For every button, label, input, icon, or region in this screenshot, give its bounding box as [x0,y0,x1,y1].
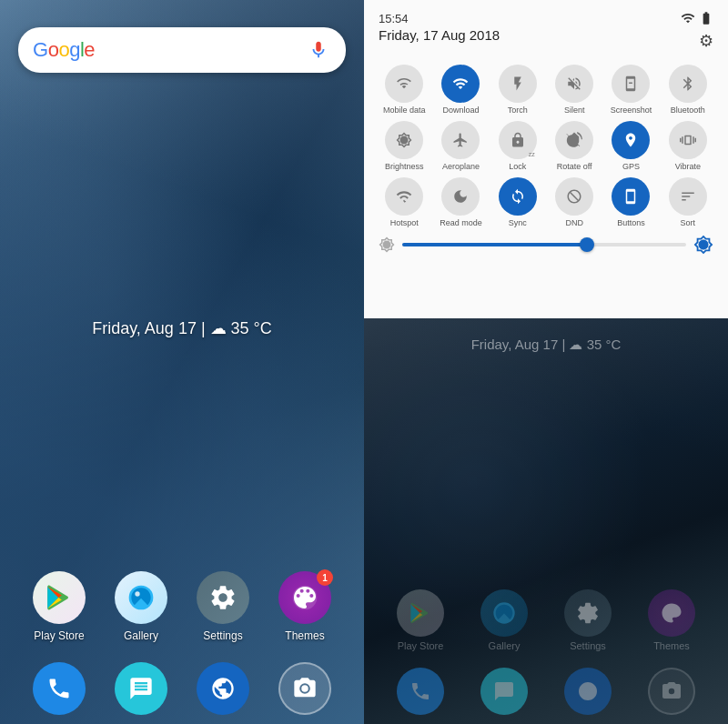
svg-point-1 [135,591,139,596]
status-icons [681,11,713,25]
svg-point-3 [403,199,405,201]
battery-icon [699,11,713,25]
right-camera-icon [648,668,695,715]
app-item-themes[interactable]: 1 Themes [278,571,331,642]
notif-header: 15:54 [379,11,713,25]
download-label: Download [442,106,479,116]
dnd-label: DND [565,218,583,228]
hotspot-label: Hotspot [390,218,419,228]
torch-label: Torch [508,106,528,116]
brightness-btn[interactable] [385,121,423,159]
lock-btn[interactable]: zz [499,121,537,159]
screenshot-btn[interactable] [612,65,650,103]
tile-torch[interactable]: Torch [492,65,543,116]
google-logo: Google [33,38,306,62]
brightness-low-icon [379,236,395,253]
tile-gps[interactable]: GPS [605,121,656,172]
messages-dock-icon[interactable] [115,662,167,715]
sort-btn[interactable] [669,177,707,216]
tile-silent[interactable]: Silent [549,65,600,116]
settings-gear-icon[interactable]: ⚙ [699,31,713,51]
tile-mobile-data[interactable]: Mobile data [379,65,430,116]
tile-rotate[interactable]: Rotate off [549,121,600,172]
tile-sort[interactable]: Sort [662,177,713,228]
mobile-data-label: Mobile data [383,106,426,116]
tile-screenshot[interactable]: Screenshot [605,65,656,116]
tile-bluetooth[interactable]: Bluetooth [662,65,713,116]
tile-dnd[interactable]: DND [549,177,600,228]
right-bottom-dock [364,668,728,715]
rotate-btn[interactable] [555,121,593,159]
playstore-label: Play Store [34,629,84,642]
app-item-gallery[interactable]: Gallery [115,571,167,642]
phone-dock-icon[interactable] [33,662,86,715]
right-playstore-icon [397,589,444,637]
quick-tiles: Mobile data Download Torch [379,65,713,227]
right-gallery-icon [480,589,528,637]
right-themes-icon [648,589,695,637]
mobile-data-btn[interactable] [385,65,423,103]
bottom-dock [0,662,364,715]
right-themes-label: Themes [653,640,690,651]
bluetooth-btn[interactable] [669,65,707,103]
themes-label: Themes [285,629,324,642]
brightness-track[interactable] [402,243,686,246]
sync-btn[interactable] [499,177,537,216]
sort-label: Sort [681,218,696,228]
tile-buttons[interactable]: Buttons [605,177,656,228]
aeroplane-btn[interactable] [441,121,480,159]
tile-hotspot[interactable]: Hotspot [379,177,430,228]
right-date-weather: Friday, Aug 17 | ☁ 35 °C [364,337,728,353]
right-gallery-label: Gallery [489,640,521,651]
gallery-icon [115,571,167,624]
notification-panel: 15:54 Friday, 17 Aug 2018 ⚙ [364,0,728,318]
tile-lock[interactable]: zz Lock [492,121,543,172]
screenshot-label: Screenshot [611,106,652,116]
browser-dock-icon[interactable] [197,662,249,715]
right-gallery: Gallery [480,589,528,651]
hotspot-btn[interactable] [385,177,423,216]
tile-sync[interactable]: Sync [492,177,543,228]
dnd-btn[interactable] [555,177,593,216]
brightness-thumb[interactable] [580,237,594,252]
right-settings-label: Settings [570,640,606,651]
status-time: 15:54 [379,12,409,25]
themes-badge: 1 [317,569,333,586]
vibrate-btn[interactable] [669,121,707,159]
wifi-icon [681,11,695,25]
silent-label: Silent [564,106,585,116]
date-weather-display: Friday, Aug 17 | ☁ 35 °C [0,318,364,338]
settings-label: Settings [203,629,242,642]
app-item-playstore[interactable]: Play Store [33,571,86,642]
tile-vibrate[interactable]: Vibrate [662,121,713,172]
app-item-settings[interactable]: Settings [197,571,249,642]
tile-download[interactable]: Download [435,65,486,116]
torch-btn[interactable] [499,65,537,103]
download-btn[interactable] [441,65,480,103]
mic-icon[interactable] [306,37,331,63]
camera-dock-icon[interactable] [278,662,331,715]
brightness-label: Brightness [385,162,424,172]
lock-label: Lock [509,162,526,172]
right-dimmed-home: Friday, Aug 17 | ☁ 35 °C Play Store [364,318,728,724]
read-mode-btn[interactable] [441,177,480,216]
bluetooth-label: Bluetooth [671,106,705,116]
sync-label: Sync [509,218,527,228]
right-app-dock: Play Store Gallery Sett [364,589,728,651]
tile-read-mode[interactable]: Read mode [435,177,486,228]
google-search-bar[interactable]: Google [18,27,346,73]
silent-btn[interactable] [555,65,593,103]
themes-icon: 1 [278,571,331,624]
right-settings-icon [564,589,612,637]
buttons-btn[interactable] [612,177,650,216]
tile-aeroplane[interactable]: Aeroplane [435,121,486,172]
gps-btn[interactable] [612,121,650,159]
left-home-screen: Google Friday, Aug 17 | ☁ 35 °C Pla [0,0,364,724]
right-browser-icon [564,668,612,715]
rotate-label: Rotate off [557,162,592,172]
right-settings: Settings [564,589,612,651]
right-messages-icon [480,668,528,715]
tile-brightness[interactable]: Brightness [379,121,430,172]
right-phone-icon [397,668,444,715]
read-mode-label: Read mode [440,218,482,228]
